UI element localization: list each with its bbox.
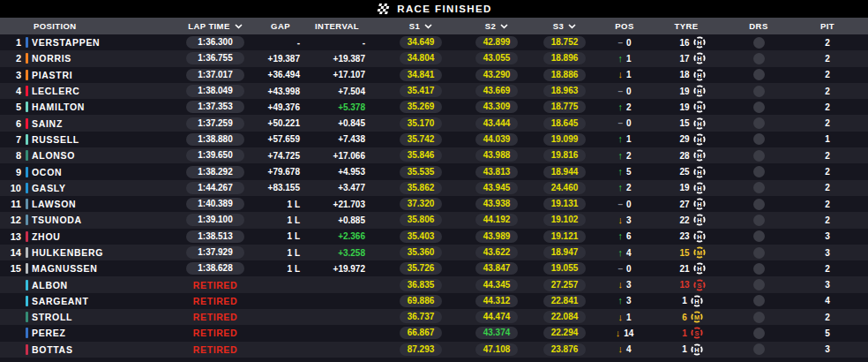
tyre-lap-count: 19	[679, 87, 689, 96]
sector-3-pill: 23.876	[543, 343, 586, 356]
column-header-s1[interactable]: S1	[370, 21, 471, 31]
position-number: 6	[0, 118, 21, 129]
tyre-compound-icon: H	[691, 343, 703, 356]
sector-3-cell: 19.121	[522, 230, 607, 243]
sector-2-pill: 43.444	[475, 117, 518, 130]
drs-cell	[730, 263, 787, 275]
table-row[interactable]: 6SAINZ1:37.259+50.221+0.84535.17043.4441…	[0, 115, 868, 131]
column-header-lap-time[interactable]: LAP TIME	[173, 21, 258, 31]
drs-cell	[730, 69, 787, 80]
sector-1-cell: 35.360	[370, 246, 471, 259]
chevron-down-icon	[424, 24, 432, 29]
sector-3-cell: 18.944	[522, 166, 607, 178]
position-up-icon: ↑	[617, 54, 623, 64]
drs-indicator-icon	[753, 133, 765, 145]
column-header-s3[interactable]: S3	[522, 21, 607, 31]
table-row[interactable]: 12TSUNODA1:39.1001 L+0.88535.80644.19219…	[0, 212, 868, 228]
table-row[interactable]: 11LAWSON1:40.3891 L+21.70337.32043.93819…	[0, 196, 868, 212]
gap-value: +19.387	[258, 54, 303, 64]
table-row[interactable]: 7RUSSELL1:38.880+57.659+7.43835.74244.03…	[0, 132, 868, 147]
sector-1-pill: 87.293	[400, 343, 442, 356]
retired-label: RETIRED	[193, 344, 237, 355]
position-down-icon: ↓	[617, 215, 623, 225]
drs-cell	[730, 215, 787, 226]
tyre-cell: 15H	[642, 117, 730, 130]
column-label: TYRE	[675, 21, 699, 31]
interval-value: +7.504	[303, 87, 370, 96]
gap-value: 1 L	[258, 215, 303, 225]
table-row[interactable]: 15MAGNUSSEN1:38.6281 L+19.97235.72643.84…	[0, 260, 868, 276]
table-row[interactable]: 5HAMILTON1:37.353+49.376+5.37835.26943.3…	[0, 99, 868, 115]
sector-3-pill: 22.084	[543, 311, 586, 323]
lap-time-cell: 1:36.300	[173, 36, 258, 49]
table-row[interactable]: 13ZHOU1:38.5131 L+2.36635.40343.98919.12…	[0, 229, 868, 245]
driver-name: LAWSON	[32, 199, 173, 209]
position-change-value: 0	[626, 38, 632, 48]
column-label: POS	[615, 21, 633, 31]
table-row[interactable]: PEREZRETIRED66.86743.37422.294↓141S5	[0, 325, 868, 341]
lap-time-pill: 1:38.292	[186, 166, 244, 178]
table-row[interactable]: 4LECLERC1:38.049+43.998+7.50435.41743.66…	[0, 83, 868, 99]
table-row[interactable]: SARGEANTRETIRED69.88644.31222.841↑31H4	[0, 293, 868, 309]
drs-indicator-icon	[753, 69, 765, 80]
position-number: 14	[0, 247, 21, 258]
position-change: ↑6	[607, 231, 642, 241]
drs-cell	[730, 279, 787, 290]
drs-indicator-icon	[753, 295, 765, 306]
sector-3-cell: 19.816	[522, 149, 607, 162]
table-row[interactable]: 9OCON1:38.292+79.678+4.95335.53543.81318…	[0, 163, 868, 179]
table-row[interactable]: 10GASLY1:44.267+83.155+3.47735.86243.945…	[0, 180, 868, 196]
driver-name: PEREZ	[32, 328, 173, 338]
checkered-flag-icon	[376, 4, 390, 15]
table-row[interactable]: 1VERSTAPPEN1:36.300--34.64942.89918.752–…	[0, 34, 868, 50]
position-down-icon: ↓	[617, 70, 623, 79]
tyre-cell: 27H	[642, 198, 730, 210]
sector-1-cell: 36.835	[370, 279, 471, 291]
pit-count: 2	[787, 118, 868, 128]
sector-2-cell: 43.988	[471, 149, 522, 162]
team-color-bar	[26, 328, 28, 338]
column-label: LAP TIME	[188, 21, 229, 31]
table-row[interactable]: 2NORRIS1:36.755+19.387+19.38734.80443.05…	[0, 50, 868, 66]
lap-time-pill: 1:40.389	[186, 198, 244, 210]
sector-2-cell: 43.938	[471, 198, 522, 210]
tyre-lap-count: 28	[679, 151, 689, 161]
tyre-compound-icon: H	[693, 117, 706, 130]
sector-1-pill: 35.726	[400, 262, 442, 275]
table-row[interactable]: STROLLRETIRED36.73744.47422.084↓16M2	[0, 309, 868, 325]
interval-value: +21.703	[303, 200, 370, 209]
tyre-lap-count: 21	[679, 264, 689, 274]
tyre-cell: 15M	[642, 246, 730, 259]
sector-3-cell: 22.841	[522, 295, 607, 307]
svg-text:H: H	[697, 87, 701, 95]
svg-text:H: H	[697, 184, 701, 192]
sector-1-pill: 35.417	[400, 85, 442, 97]
sector-1-cell: 66.867	[370, 327, 471, 339]
sector-3-cell: 18.896	[522, 52, 607, 64]
table-row[interactable]: 8ALONSO1:39.650+74.725+17.06635.84643.98…	[0, 147, 868, 163]
sector-2-cell: 44.474	[471, 311, 522, 323]
sector-3-cell: 18.963	[522, 85, 607, 97]
pit-count: 2	[787, 264, 868, 274]
table-row[interactable]: 14HULKENBERG1:37.9291 L+3.25835.36043.62…	[0, 245, 868, 260]
sector-3-pill: 24.460	[543, 182, 586, 194]
pit-count: 3	[787, 280, 868, 290]
tyre-compound-icon: H	[693, 198, 706, 210]
column-header-s2[interactable]: S2	[471, 21, 522, 31]
sector-1-cell: 34.804	[370, 52, 471, 64]
table-row[interactable]: 3PIASTRI1:37.017+36.494+17.10734.84143.2…	[0, 67, 868, 83]
drs-indicator-icon	[753, 247, 765, 259]
sector-2-cell: 43.290	[471, 69, 522, 81]
position-number: 10	[0, 183, 21, 193]
driver-name: PIASTRI	[32, 70, 173, 80]
sector-3-pill: 18.896	[543, 52, 586, 64]
pit-count: 2	[787, 54, 868, 64]
sector-2-cell: 43.309	[471, 101, 522, 113]
svg-text:H: H	[697, 136, 701, 144]
table-row[interactable]: BOTTASRETIRED87.29347.10823.876↓41H3	[0, 342, 868, 358]
tyre-cell: 6M	[642, 311, 730, 323]
driver-name: RUSSELL	[32, 134, 173, 145]
team-color-bar	[26, 102, 28, 112]
sector-2-pill: 43.813	[475, 166, 518, 178]
table-row[interactable]: ALBONRETIRED36.83544.34527.257↓313S3	[0, 276, 868, 292]
